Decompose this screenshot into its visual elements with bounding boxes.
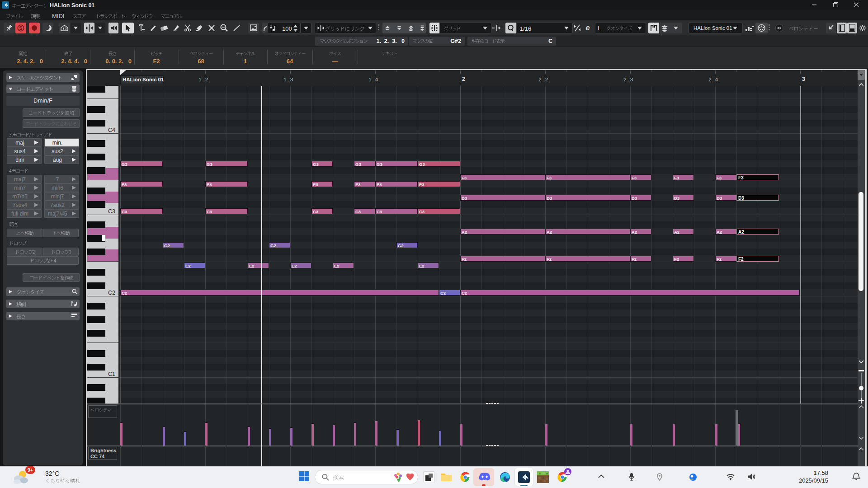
svg-text:S: S	[19, 25, 22, 31]
